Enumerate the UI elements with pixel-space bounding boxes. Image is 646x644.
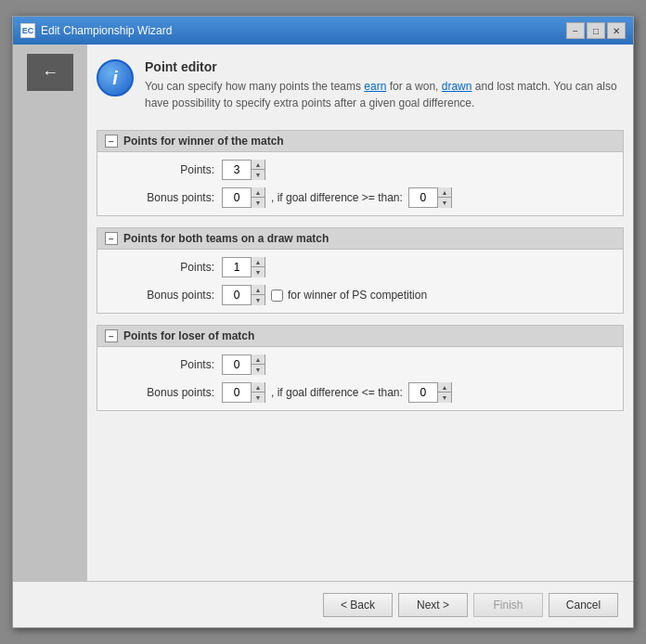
maximize-button[interactable]: □: [587, 22, 605, 39]
section-draw-title: Points for both teams on a draw match: [123, 232, 329, 245]
winner-points-row: Points: ▲ ▼: [112, 160, 608, 180]
loser-condition-spinner[interactable]: ▲ ▼: [408, 382, 452, 403]
title-bar-buttons: − □ ✕: [566, 22, 626, 39]
sections-area: − Points for winner of the match Points:…: [97, 130, 624, 572]
draw-bonus-spinner[interactable]: ▲ ▼: [222, 285, 265, 305]
loser-points-spinner[interactable]: ▲ ▼: [222, 354, 265, 375]
winner-bonus-up[interactable]: ▲: [252, 187, 265, 198]
header-section: i Point editor You can specify how many …: [97, 54, 624, 117]
loser-points-label: Points:: [112, 358, 214, 371]
winner-bonus-spinner[interactable]: ▲ ▼: [222, 187, 265, 208]
section-title: Point editor: [145, 59, 624, 74]
section-winner-body: Points: ▲ ▼ Bonus points:: [97, 152, 623, 215]
title-bar: EC Edit Championship Wizard − □ ✕: [13, 17, 633, 45]
section-draw-body: Points: ▲ ▼ Bonus points:: [97, 250, 623, 313]
winner-bonus-label: Bonus points:: [112, 191, 214, 204]
collapse-winner-icon[interactable]: −: [105, 135, 118, 148]
draw-points-down[interactable]: ▼: [252, 267, 265, 277]
header-description: You can specify how many points the team…: [145, 78, 624, 111]
winner-points-spinner[interactable]: ▲ ▼: [222, 160, 265, 180]
winner-condition-up[interactable]: ▲: [438, 187, 451, 198]
winner-points-input[interactable]: [223, 161, 251, 179]
draw-points-up[interactable]: ▲: [252, 257, 265, 267]
sidebar: ←: [13, 45, 87, 581]
window-icon: EC: [20, 23, 35, 38]
draw-bonus-input[interactable]: [223, 286, 251, 304]
draw-points-row: Points: ▲ ▼: [112, 257, 608, 277]
section-loser: − Points for loser of match Points: ▲ ▼: [97, 325, 624, 411]
winner-points-up[interactable]: ▲: [252, 160, 265, 170]
section-loser-header: − Points for loser of match: [97, 326, 623, 347]
loser-bonus-down[interactable]: ▼: [252, 393, 265, 403]
finish-button[interactable]: Finish: [473, 593, 543, 617]
loser-points-up[interactable]: ▲: [252, 354, 265, 365]
loser-bonus-spinner[interactable]: ▲ ▼: [222, 382, 265, 403]
next-button[interactable]: Next >: [398, 593, 468, 617]
window-title: Edit Championship Wizard: [41, 24, 566, 37]
draw-bonus-up[interactable]: ▲: [252, 285, 265, 295]
winner-condition-down[interactable]: ▼: [438, 198, 451, 208]
back-arrow-button[interactable]: ←: [27, 54, 73, 91]
section-loser-body: Points: ▲ ▼ Bonus points:: [97, 347, 623, 410]
draw-points-spinner[interactable]: ▲ ▼: [222, 257, 265, 277]
loser-bonus-row: Bonus points: ▲ ▼ , if goal difference <…: [112, 382, 608, 403]
winner-condition-text: , if goal difference >= than:: [271, 191, 403, 204]
section-draw: − Points for both teams on a draw match …: [97, 227, 624, 314]
loser-condition-text: , if goal difference <= than:: [271, 386, 403, 399]
back-button[interactable]: < Back: [323, 593, 393, 617]
draw-points-input[interactable]: [223, 258, 251, 277]
loser-bonus-label: Bonus points:: [112, 386, 214, 399]
loser-points-down[interactable]: ▼: [252, 365, 265, 375]
winner-bonus-input[interactable]: [223, 188, 251, 207]
section-draw-header: − Points for both teams on a draw match: [97, 228, 623, 250]
loser-condition-down[interactable]: ▼: [438, 393, 451, 403]
draw-ps-checkbox-wrapper[interactable]: for winner of PS competition: [271, 289, 427, 302]
loser-points-row: Points: ▲ ▼: [112, 354, 608, 375]
loser-bonus-input[interactable]: [223, 383, 251, 402]
loser-bonus-up[interactable]: ▲: [252, 382, 265, 393]
section-winner-title: Points for winner of the match: [123, 135, 284, 148]
minimize-button[interactable]: −: [566, 22, 585, 39]
section-winner: − Points for winner of the match Points:…: [97, 130, 624, 216]
collapse-draw-icon[interactable]: −: [105, 232, 118, 245]
loser-points-input[interactable]: [223, 355, 251, 374]
winner-points-label: Points:: [112, 163, 214, 176]
info-icon: i: [97, 59, 134, 97]
loser-condition-up[interactable]: ▲: [438, 382, 451, 393]
cancel-button[interactable]: Cancel: [549, 593, 618, 617]
draw-points-label: Points:: [112, 261, 214, 274]
loser-condition-input[interactable]: [409, 383, 437, 402]
draw-ps-label: for winner of PS competition: [288, 289, 427, 302]
winner-condition-input[interactable]: [409, 188, 437, 207]
header-text: Point editor You can specify how many po…: [145, 59, 624, 111]
draw-bonus-down[interactable]: ▼: [252, 295, 265, 305]
main-panel: i Point editor You can specify how many …: [87, 45, 633, 581]
close-button[interactable]: ✕: [607, 22, 626, 39]
draw-bonus-row: Bonus points: ▲ ▼ for winner of PS: [112, 285, 608, 305]
winner-points-down[interactable]: ▼: [252, 170, 265, 180]
winner-condition-spinner[interactable]: ▲ ▼: [408, 187, 452, 208]
collapse-loser-icon[interactable]: −: [105, 329, 118, 342]
section-winner-header: − Points for winner of the match: [97, 131, 623, 152]
winner-bonus-row: Bonus points: ▲ ▼ , if goal difference >…: [112, 187, 608, 208]
winner-bonus-down[interactable]: ▼: [252, 198, 265, 208]
footer: < Back Next > Finish Cancel: [13, 581, 633, 627]
section-loser-title: Points for loser of match: [123, 329, 254, 342]
draw-ps-checkbox[interactable]: [271, 290, 283, 302]
draw-bonus-label: Bonus points:: [112, 289, 214, 302]
